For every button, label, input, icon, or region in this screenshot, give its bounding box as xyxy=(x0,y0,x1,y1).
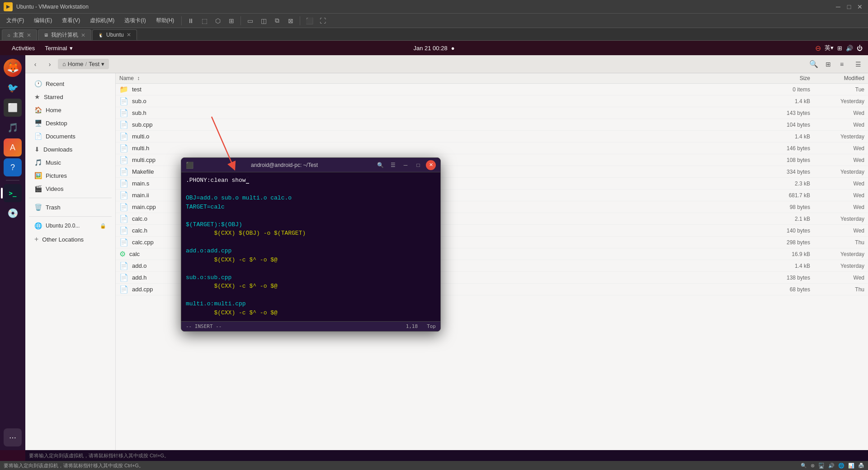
pause-button[interactable]: ⏸ xyxy=(184,15,197,26)
dock-app1[interactable]: ⬜ xyxy=(4,99,22,117)
terminal-maximize-button[interactable]: □ xyxy=(413,160,423,170)
list-view-button[interactable]: ≡ xyxy=(835,58,848,71)
toolbar-btn-8[interactable]: ⊠ xyxy=(284,15,297,26)
tab-home[interactable]: ⌂ 主页 ✕ xyxy=(2,29,37,40)
sidebar-item-other-locations[interactable]: + Other Locations xyxy=(27,233,113,246)
file-size: 681.7 kB xyxy=(765,192,810,199)
sidebar-item-downloads[interactable]: ⬇ Downloads xyxy=(27,143,113,156)
forward-button[interactable]: › xyxy=(43,58,56,71)
terminal-minimize-button[interactable]: ─ xyxy=(401,160,410,170)
statusbar-icon-6[interactable]: 📊 xyxy=(848,463,854,469)
fm-menu-button[interactable]: ☰ xyxy=(852,58,864,71)
search-button[interactable]: 🔍 xyxy=(807,58,820,71)
terminal-body[interactable]: .PHONY:clean show█ OBJ=add.o sub.o multi… xyxy=(181,172,440,321)
file-icon: 📄 xyxy=(119,156,128,164)
tab-ubuntu-close[interactable]: ✕ xyxy=(127,32,131,38)
header-size[interactable]: Size xyxy=(765,75,810,81)
sidebar-item-starred[interactable]: ★ Starred xyxy=(27,90,113,103)
header-name[interactable]: Name ↕ xyxy=(119,75,765,81)
toolbar-btn-7[interactable]: ⧉ xyxy=(271,15,283,26)
dock-dvd[interactable]: 💿 xyxy=(4,204,22,222)
path-breadcrumb[interactable]: ⌂ Home / Test ▾ xyxy=(58,59,109,69)
sidebar-label-network: Ubuntu 20.0... xyxy=(46,223,80,229)
sidebar-item-home[interactable]: 🏠 Home xyxy=(27,104,113,116)
close-icon[interactable]: ⊖ xyxy=(815,44,821,52)
header-modified[interactable]: Modified xyxy=(810,75,864,81)
fm-toolbar: ‹ › ⌂ Home / Test ▾ 🔍 ⊞ ≡ ☰ xyxy=(25,55,868,73)
dock-rhythmbox[interactable]: 🎵 xyxy=(4,119,22,137)
dock-appstore[interactable]: A xyxy=(4,138,22,157)
show-apps-button[interactable]: ⋯ xyxy=(4,428,22,446)
file-name: add.cpp xyxy=(132,286,153,293)
sidebar-item-music[interactable]: 🎵 Music xyxy=(27,156,113,169)
sidebar-item-desktop[interactable]: 🖥️ Desktop xyxy=(27,117,113,129)
term-line-spacer5 xyxy=(186,291,436,300)
sidebar-item-trash[interactable]: 🗑️ Trash xyxy=(27,201,113,214)
grid-view-button[interactable]: ⊞ xyxy=(822,58,835,71)
table-row[interactable]: 📄multi.h 146 bytes Wed xyxy=(116,142,868,154)
pictures-icon: 🖼️ xyxy=(34,172,42,179)
file-icon: 📄 xyxy=(119,97,128,105)
menu-vm[interactable]: 虚拟机(M) xyxy=(85,15,119,26)
terminal-search-button[interactable]: 🔍 xyxy=(375,160,385,170)
dock-terminal[interactable]: >_ xyxy=(4,184,22,202)
sidebar-item-recent[interactable]: 🕐 Recent xyxy=(27,77,113,90)
console-button[interactable]: ⬛ xyxy=(303,15,316,26)
file-modified: Wed xyxy=(810,192,864,199)
menu-help[interactable]: 帮助(H) xyxy=(151,15,179,26)
sidebar-item-pictures[interactable]: 🖼️ Pictures xyxy=(27,169,113,182)
terminal-menu-button[interactable]: ☰ xyxy=(388,160,398,170)
file-name: main.cpp xyxy=(132,204,156,210)
menu-tabs[interactable]: 选项卡(I) xyxy=(120,15,150,26)
menu-view[interactable]: 查看(V) xyxy=(57,15,85,26)
table-row[interactable]: 📄sub.o 1.4 kB Yesterday xyxy=(116,95,868,107)
table-row[interactable]: 📁test 0 items Tue xyxy=(116,84,868,95)
exec-icon: ⚙ xyxy=(119,250,126,258)
toolbar-btn-5[interactable]: ▭ xyxy=(244,15,256,26)
file-name: multi.o xyxy=(132,133,149,140)
statusbar-icon-4[interactable]: 🔊 xyxy=(828,463,835,469)
ubuntu-vm[interactable]: Activities Terminal ▾ Jan 21 00:28 ● ⊖ 英… xyxy=(0,41,868,461)
back-button[interactable]: ‹ xyxy=(29,58,42,71)
close-button[interactable]: ✕ xyxy=(855,3,864,10)
menu-edit[interactable]: 编辑(E) xyxy=(29,15,57,26)
sidebar-item-network[interactable]: 🌐 Ubuntu 20.0... 🔒 xyxy=(27,219,113,232)
terminal-close-button[interactable]: ✕ xyxy=(426,160,436,170)
tab-home-close[interactable]: ✕ xyxy=(27,32,31,38)
tab-mypc[interactable]: 🖥 我的计算机 ✕ xyxy=(38,29,91,40)
table-row[interactable]: 📄sub.h 143 bytes Wed xyxy=(116,107,868,119)
toolbar-btn-6[interactable]: ◫ xyxy=(257,15,270,26)
file-icon: 📄 xyxy=(119,273,128,282)
tab-mypc-close[interactable]: ✕ xyxy=(81,32,85,38)
sort-icon: ↕ xyxy=(137,75,140,81)
dock-thunderbird[interactable]: 🐦 xyxy=(4,79,22,97)
minimize-button[interactable]: ─ xyxy=(834,3,843,10)
menu-file[interactable]: 文件(F) xyxy=(2,15,28,26)
tab-ubuntu[interactable]: 🐧 Ubuntu ✕ xyxy=(92,29,137,40)
file-icon: 📄 xyxy=(119,109,128,117)
statusbar-icon-2[interactable]: ⊗ xyxy=(811,463,815,469)
statusbar-icon-7[interactable]: 🖨️ xyxy=(858,463,864,469)
toolbar-btn-3[interactable]: ⬡ xyxy=(212,15,224,26)
dock-help[interactable]: ? xyxy=(4,158,22,176)
toolbar-btn-4[interactable]: ⊞ xyxy=(225,15,238,26)
terminal-menu[interactable]: Terminal ▾ xyxy=(45,45,73,52)
sidebar-label-trash: Trash xyxy=(46,204,61,211)
table-row[interactable]: 📄multi.o 1.4 kB Yesterday xyxy=(116,131,868,142)
file-icon: 📄 xyxy=(119,120,128,129)
vmware-title: Ubuntu - VMware Workstation xyxy=(16,4,834,10)
toolbar-btn-2[interactable]: ⬚ xyxy=(198,15,211,26)
maximize-button[interactable]: □ xyxy=(844,3,854,10)
file-size: 104 bytes xyxy=(765,122,810,128)
table-row[interactable]: 📄sub.cpp 104 bytes Wed xyxy=(116,119,868,131)
sidebar-item-videos[interactable]: 🎬 Videos xyxy=(27,182,113,195)
statusbar-icon-3[interactable]: 🖥️ xyxy=(818,463,825,469)
sidebar-item-documents[interactable]: 📄 Documents xyxy=(27,130,113,142)
statusbar-icon-5[interactable]: 🌐 xyxy=(838,463,844,469)
tab-home-label: 主页 xyxy=(13,31,24,39)
dock-firefox[interactable]: 🦊 xyxy=(4,59,22,77)
activities-button[interactable]: Activities xyxy=(5,41,41,55)
fullscreen-button[interactable]: ⛶ xyxy=(316,15,329,26)
terminal-window[interactable]: ⬛ android@android-pc: ~/Test 🔍 ☰ ─ □ ✕ .… xyxy=(181,157,441,332)
statusbar-icon-1[interactable]: 🔍 xyxy=(801,463,807,469)
